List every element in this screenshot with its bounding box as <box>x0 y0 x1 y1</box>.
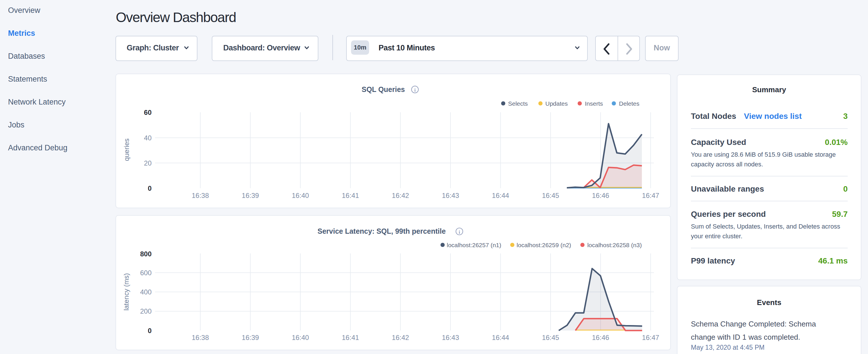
svg-text:16:45: 16:45 <box>542 334 559 342</box>
svg-text:Inserts: Inserts <box>585 100 603 107</box>
svg-text:Service Latency: SQL, 99th per: Service Latency: SQL, 99th percentile <box>317 227 445 235</box>
svg-text:200: 200 <box>140 307 152 315</box>
svg-text:16:43: 16:43 <box>442 192 459 199</box>
svg-text:800: 800 <box>140 250 152 258</box>
svg-text:16:46: 16:46 <box>592 334 609 342</box>
svg-text:16:39: 16:39 <box>242 192 259 199</box>
svg-text:16:38: 16:38 <box>192 192 209 199</box>
svg-text:20: 20 <box>144 159 152 167</box>
svg-text:localhost:26258 (n3): localhost:26258 (n3) <box>587 242 642 248</box>
svg-text:60: 60 <box>144 108 152 116</box>
svg-text:localhost:26259 (n2): localhost:26259 (n2) <box>517 242 571 248</box>
svg-text:16:42: 16:42 <box>392 334 409 342</box>
svg-text:Updates: Updates <box>545 100 568 107</box>
svg-text:16:44: 16:44 <box>492 334 509 342</box>
svg-text:16:41: 16:41 <box>342 334 359 342</box>
svg-text:SQL Queries: SQL Queries <box>362 85 405 93</box>
svg-text:16:39: 16:39 <box>242 334 259 342</box>
svg-text:16:41: 16:41 <box>342 192 359 199</box>
svg-text:i: i <box>414 87 416 93</box>
svg-text:16:46: 16:46 <box>592 192 609 199</box>
svg-text:16:40: 16:40 <box>292 334 309 342</box>
svg-text:16:44: 16:44 <box>492 192 509 199</box>
svg-text:400: 400 <box>140 288 152 296</box>
svg-text:16:45: 16:45 <box>542 192 559 199</box>
svg-text:Deletes: Deletes <box>619 100 639 107</box>
svg-text:i: i <box>459 229 460 235</box>
svg-text:latency (ms): latency (ms) <box>122 273 130 311</box>
svg-text:16:47: 16:47 <box>642 334 659 342</box>
svg-text:Selects: Selects <box>508 100 528 107</box>
svg-text:0: 0 <box>148 185 152 192</box>
svg-text:queries: queries <box>123 138 130 161</box>
svg-text:16:42: 16:42 <box>392 192 409 199</box>
svg-text:40: 40 <box>144 134 152 142</box>
svg-text:16:43: 16:43 <box>442 334 459 342</box>
svg-text:16:47: 16:47 <box>642 192 659 199</box>
svg-text:localhost:26257 (n1): localhost:26257 (n1) <box>447 242 501 248</box>
svg-text:16:40: 16:40 <box>292 192 309 199</box>
svg-text:600: 600 <box>140 269 152 277</box>
svg-text:16:38: 16:38 <box>192 334 209 342</box>
svg-text:0: 0 <box>148 327 152 334</box>
